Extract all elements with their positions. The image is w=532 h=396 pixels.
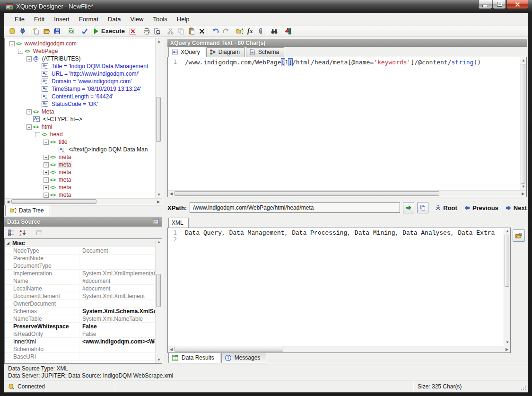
tree-expander[interactable] bbox=[26, 56, 32, 62]
execute-button[interactable]: Execute bbox=[101, 27, 125, 35]
save-icon[interactable] bbox=[52, 26, 62, 36]
scroll-thumb[interactable] bbox=[11, 199, 96, 204]
tree-expander[interactable] bbox=[44, 162, 49, 167]
scroll-right-icon[interactable]: ▶ bbox=[155, 199, 162, 205]
property-row[interactable]: BaseURI bbox=[5, 353, 155, 361]
property-row[interactable]: InnerXml<www.indigodqm.com><We bbox=[5, 338, 155, 345]
tree-node-label[interactable]: meta bbox=[58, 154, 72, 160]
tree-expander[interactable] bbox=[26, 109, 32, 114]
xml-tree-icon[interactable]: <> bbox=[235, 26, 245, 36]
menu-edit[interactable]: Edit bbox=[29, 14, 49, 25]
results-text[interactable]: Data Query, Data Management, Data Proces… bbox=[179, 228, 504, 346]
scroll-down-icon[interactable]: ▼ bbox=[156, 192, 162, 198]
property-row[interactable]: DocumentType bbox=[5, 262, 155, 270]
scroll-down-icon[interactable]: ▼ bbox=[504, 339, 510, 346]
execute-play-icon[interactable] bbox=[90, 26, 100, 36]
scroll-right-icon[interactable]: ▶ bbox=[504, 346, 510, 353]
scroll-thumb[interactable] bbox=[156, 97, 161, 142]
tab-messages[interactable]: Messages bbox=[221, 353, 267, 363]
tab-xquery[interactable]: A XQuery bbox=[168, 47, 205, 57]
find-binoculars-icon[interactable] bbox=[269, 26, 279, 36]
property-grid-scrollbar[interactable]: ▲ ▼ bbox=[155, 239, 162, 363]
scroll-up-icon[interactable]: ▲ bbox=[504, 228, 510, 235]
tree-node-label[interactable]: meta bbox=[58, 192, 72, 198]
tree-node-label[interactable]: title bbox=[58, 139, 69, 145]
tab-diagram[interactable]: Diagram bbox=[206, 47, 245, 57]
tab-data-results[interactable]: XML Data Results bbox=[168, 353, 220, 363]
property-row[interactable]: NodeTypeDocument bbox=[5, 247, 155, 255]
tree-node-label[interactable]: WebPage bbox=[32, 48, 59, 54]
tree-expander[interactable] bbox=[44, 140, 49, 145]
xml-tree-view[interactable]: www.indigodqm.com WebPage (ATTRIBUTES) T… bbox=[5, 38, 155, 198]
tree-expander[interactable] bbox=[9, 41, 15, 46]
property-row[interactable]: SchemasSystem.Xml.Schema.XmlSc bbox=[5, 308, 155, 315]
xpath-root-button[interactable]: Root bbox=[435, 204, 457, 211]
tree-node-label[interactable]: meta bbox=[58, 184, 72, 191]
results-vertical-scrollbar[interactable]: ▲ ▼ bbox=[504, 228, 510, 346]
tree-horizontal-scrollbar[interactable]: ◀ ▶ bbox=[5, 198, 162, 205]
copy-icon[interactable] bbox=[176, 26, 186, 36]
menu-insert[interactable]: Insert bbox=[49, 14, 74, 25]
close-button[interactable] bbox=[506, 0, 528, 9]
editor-horizontal-scrollbar[interactable]: ◀ ▶ bbox=[168, 190, 526, 197]
menu-format[interactable]: Format bbox=[74, 14, 103, 25]
xquery-editor[interactable]: 1 /www.indigodqm.com/WebPage[1]/html/hea… bbox=[167, 57, 527, 197]
tree-node-label[interactable]: Title = 'Indigo DQM Data Management bbox=[51, 63, 149, 70]
maximize-button[interactable] bbox=[493, 0, 506, 9]
open-file-icon[interactable] bbox=[42, 26, 52, 36]
xpath-copy-button[interactable] bbox=[417, 202, 428, 213]
property-category[interactable]: Misc bbox=[5, 239, 155, 247]
refresh-icon[interactable] bbox=[66, 26, 76, 36]
connection-plug-icon[interactable] bbox=[17, 26, 28, 36]
tab-xml-results[interactable]: XML bbox=[168, 218, 189, 228]
scroll-left-icon[interactable]: ◀ bbox=[5, 199, 11, 205]
scroll-right-icon[interactable]: ▶ bbox=[520, 191, 526, 197]
tree-node-label[interactable]: URL = 'http://www.indigodqm.com/' bbox=[51, 70, 140, 77]
tree-vertical-scrollbar[interactable]: ▲ ▼ bbox=[155, 38, 162, 198]
tree-expander[interactable] bbox=[44, 185, 49, 190]
scroll-thumb[interactable] bbox=[156, 274, 161, 307]
property-row[interactable]: LocalName#document bbox=[5, 285, 155, 292]
xpath-previous-button[interactable]: Previous bbox=[464, 204, 498, 211]
exit-icon[interactable] bbox=[283, 26, 293, 36]
resize-grip[interactable] bbox=[520, 385, 527, 391]
tree-node-label[interactable]: html bbox=[41, 123, 53, 130]
menu-data[interactable]: Data bbox=[103, 14, 125, 25]
print-icon[interactable] bbox=[141, 26, 152, 36]
tab-schema[interactable]: a Schema bbox=[246, 47, 284, 57]
scroll-thumb[interactable] bbox=[505, 235, 509, 287]
tree-node-label[interactable]: <!-CTYPE ht--> bbox=[42, 116, 83, 123]
paste-icon[interactable] bbox=[186, 26, 197, 36]
minimize-button[interactable] bbox=[478, 0, 492, 9]
results-editor[interactable]: 12 Data Query, Data Management, Data Pro… bbox=[167, 228, 511, 353]
scroll-thumb[interactable] bbox=[521, 64, 525, 184]
property-row[interactable]: ImplementationSystem.Xml.XmlImplementati… bbox=[5, 270, 155, 277]
results-horizontal-scrollbar[interactable]: ◀ ▶ bbox=[168, 346, 510, 352]
tree-node-label[interactable]: meta bbox=[58, 176, 72, 183]
undo-icon[interactable] bbox=[210, 26, 221, 36]
xquery-code-line[interactable]: /www.indigodqm.com/WebPage[1]/html/head/… bbox=[179, 57, 520, 190]
property-row[interactable]: Name#document bbox=[5, 277, 155, 285]
scroll-up-icon[interactable]: ▲ bbox=[156, 38, 162, 45]
tree-expander[interactable] bbox=[44, 193, 49, 198]
menu-tools[interactable]: Tools bbox=[148, 14, 172, 25]
xpath-go-button[interactable] bbox=[403, 202, 414, 213]
property-row[interactable]: OwnerDocument bbox=[5, 300, 155, 308]
new-file-icon[interactable] bbox=[31, 26, 42, 36]
cut-icon[interactable] bbox=[166, 26, 176, 36]
tree-node-label[interactable]: head bbox=[49, 131, 64, 138]
tree-node-label[interactable]: (ATTRIBUTES) bbox=[41, 55, 82, 62]
tree-expander[interactable] bbox=[35, 132, 40, 137]
validate-check-icon[interactable] bbox=[79, 26, 90, 36]
properties-icon[interactable] bbox=[151, 218, 159, 225]
print-preview-icon[interactable] bbox=[152, 26, 162, 36]
property-row[interactable]: ParentNode bbox=[5, 255, 155, 262]
property-row[interactable]: SchemaInfo bbox=[5, 345, 155, 353]
tree-node-label[interactable]: Domain = 'www.indigodqm.com' bbox=[51, 78, 133, 85]
tab-data-tree[interactable]: <> Data Tree bbox=[5, 205, 50, 216]
connect-database-icon[interactable] bbox=[7, 26, 17, 36]
tree-expander[interactable] bbox=[44, 177, 49, 183]
scroll-up-icon[interactable]: ▲ bbox=[156, 239, 162, 246]
xpath-input[interactable] bbox=[190, 202, 400, 213]
scroll-thumb[interactable] bbox=[174, 347, 283, 352]
